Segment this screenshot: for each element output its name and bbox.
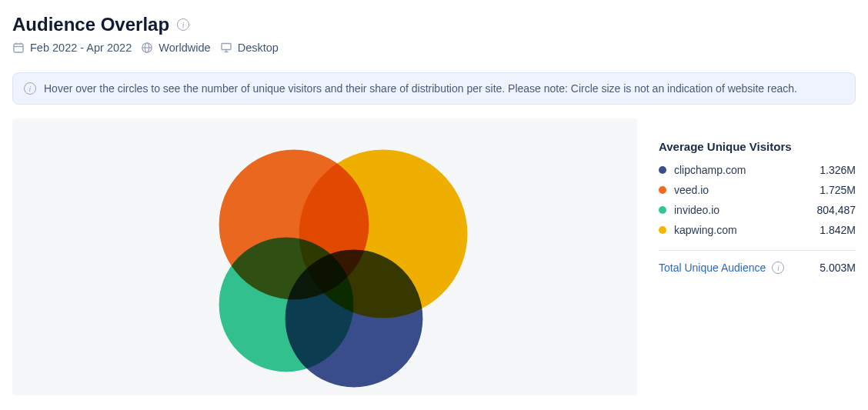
venn-diagram[interactable] xyxy=(171,126,479,388)
info-icon[interactable]: i xyxy=(772,262,784,274)
svg-rect-7 xyxy=(222,44,231,50)
legend-title: Average Unique Visitors xyxy=(659,140,856,153)
venn-panel xyxy=(12,118,637,395)
legend-dot xyxy=(659,206,666,214)
total-row: Total Unique Audience i 5.003M xyxy=(659,262,856,274)
legend-row[interactable]: veed.io1.725M xyxy=(659,184,856,196)
legend-dot xyxy=(659,226,666,234)
clipchamp-circle[interactable] xyxy=(285,249,423,388)
legend-left: veed.io xyxy=(659,184,709,196)
legend-row[interactable]: invideo.io804,487 xyxy=(659,204,856,216)
info-icon: i xyxy=(24,82,36,95)
svg-rect-0 xyxy=(14,44,23,52)
content-row: Average Unique Visitors clipchamp.com1.3… xyxy=(12,118,856,395)
legend-site: invideo.io xyxy=(674,204,719,216)
meta-date-range-text: Feb 2022 - Apr 2022 xyxy=(30,42,132,54)
meta-scope: Worldwide xyxy=(141,42,210,54)
legend-value: 1.725M xyxy=(820,184,856,196)
legend-value: 1.842M xyxy=(820,224,856,236)
meta-device: Desktop xyxy=(220,42,279,54)
legend-value: 1.326M xyxy=(820,164,856,176)
calendar-icon xyxy=(12,42,25,54)
meta-row: Feb 2022 - Apr 2022 Worldwide Desktop xyxy=(12,42,856,54)
legend-dot xyxy=(659,166,666,174)
legend-left: kapwing.com xyxy=(659,224,737,236)
legend-row[interactable]: clipchamp.com1.326M xyxy=(659,164,856,176)
hint-bar: i Hover over the circles to see the numb… xyxy=(12,72,856,105)
page-title: Audience Overlap xyxy=(12,14,169,35)
total-label[interactable]: Total Unique Audience i xyxy=(659,262,784,274)
divider xyxy=(659,250,856,251)
legend-left: clipchamp.com xyxy=(659,164,746,176)
legend-left: invideo.io xyxy=(659,204,719,216)
header-row: Audience Overlap i xyxy=(12,14,856,35)
meta-device-text: Desktop xyxy=(238,42,279,54)
legend-site: kapwing.com xyxy=(674,224,737,236)
meta-date-range: Feb 2022 - Apr 2022 xyxy=(12,42,132,54)
total-label-text: Total Unique Audience xyxy=(659,262,766,274)
legend-list: clipchamp.com1.326Mveed.io1.725Minvideo.… xyxy=(659,164,856,236)
desktop-icon xyxy=(220,42,232,54)
info-icon[interactable]: i xyxy=(177,18,189,31)
globe-icon xyxy=(141,42,153,54)
legend-row[interactable]: kapwing.com1.842M xyxy=(659,224,856,236)
meta-scope-text: Worldwide xyxy=(159,42,210,54)
legend-value: 804,487 xyxy=(816,204,856,216)
legend-dot xyxy=(659,186,666,194)
legend-panel: Average Unique Visitors clipchamp.com1.3… xyxy=(659,118,856,395)
total-value: 5.003M xyxy=(820,262,856,274)
legend-site: clipchamp.com xyxy=(674,164,746,176)
legend-site: veed.io xyxy=(674,184,709,196)
hint-text: Hover over the circles to see the number… xyxy=(44,82,797,95)
